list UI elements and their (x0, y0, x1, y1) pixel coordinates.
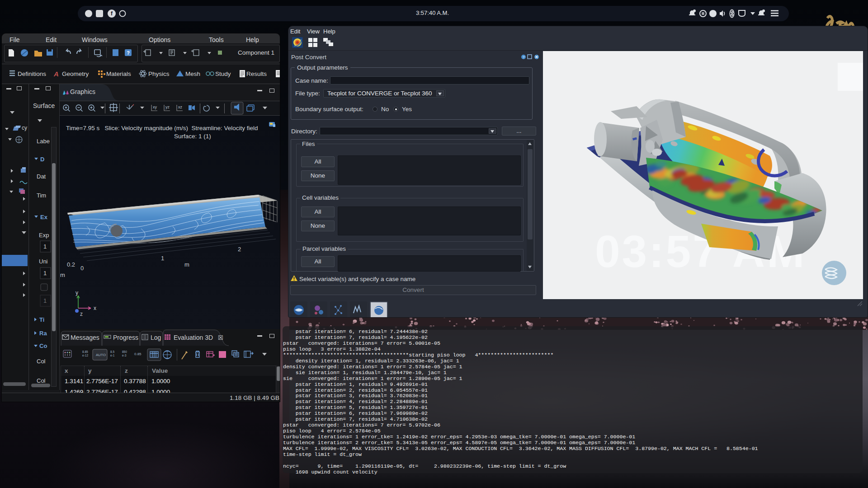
svg-text:1: 1 (43, 243, 47, 250)
svg-text:x: x (94, 305, 96, 311)
svg-text:1: 1 (43, 297, 47, 304)
svg-text:Tim: Tim (37, 192, 46, 199)
svg-text:Ex: Ex (40, 214, 48, 221)
svg-text:Col: Col (37, 377, 46, 384)
svg-text:Exp: Exp (39, 232, 49, 239)
svg-text:z: z (80, 311, 83, 317)
svg-text:?: ? (523, 55, 525, 59)
svg-text:e-1: e-1 (110, 354, 115, 357)
svg-text:Log: Log (151, 334, 161, 341)
svg-text:yz: yz (165, 105, 170, 109)
svg-text:0.85: 0.85 (134, 352, 142, 356)
svg-text:8.5: 8.5 (110, 350, 114, 353)
svg-text:e-12: e-12 (82, 354, 88, 357)
svg-text:xz: xz (178, 105, 183, 109)
svg-text:?: ? (127, 50, 130, 56)
svg-text:y: y (75, 290, 78, 296)
svg-text:AUTO: AUTO (96, 353, 106, 357)
svg-text:1: 1 (43, 270, 47, 277)
svg-text:☒: ☒ (218, 334, 223, 341)
svg-text:Col: Col (37, 358, 46, 365)
svg-text:Ra: Ra (39, 330, 47, 337)
svg-text:e-3: e-3 (122, 354, 127, 357)
svg-text:Labe: Labe (37, 138, 50, 145)
svg-text:850: 850 (122, 350, 127, 353)
svg-text:D: D (40, 156, 44, 163)
svg-text:Ti: Ti (39, 316, 44, 323)
svg-text:A: A (53, 70, 59, 78)
svg-text:xy: xy (153, 105, 157, 109)
svg-text:cy: cy (22, 125, 27, 131)
svg-text:Progress: Progress (113, 334, 138, 341)
svg-text:Messages: Messages (71, 334, 99, 341)
svg-text:Co: Co (39, 343, 47, 349)
svg-text:8.85: 8.85 (82, 350, 88, 353)
svg-text:Evaluation 3D: Evaluation 3D (174, 334, 213, 341)
svg-text:Dat: Dat (37, 173, 46, 180)
svg-text:Component 1: Component 1 (238, 49, 274, 56)
svg-text:Uni: Uni (39, 258, 48, 265)
